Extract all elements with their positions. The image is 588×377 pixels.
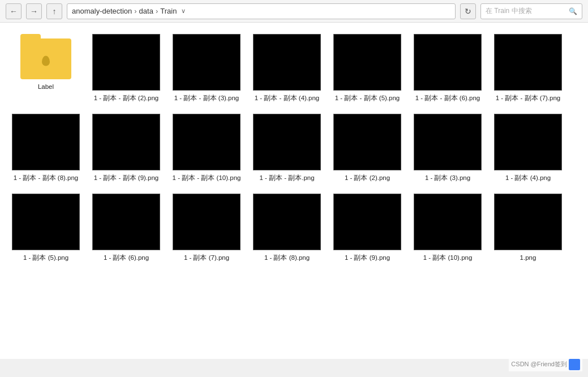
file-thumbnail	[333, 114, 401, 170]
breadcrumb-sep-2: ›	[156, 7, 158, 15]
file-label: 1 - 副本 (2).png	[345, 173, 390, 182]
file-grid: Label 1 - 副本 - 副本 (2).png 1 - 副本 - 副本 (3…	[0, 23, 588, 359]
file-thumbnail	[414, 194, 482, 250]
breadcrumb-dropdown-icon[interactable]: ∨	[181, 7, 186, 15]
file-item-f0[interactable]: Label	[9, 32, 83, 105]
forward-button[interactable]: →	[26, 3, 42, 19]
file-item-f12[interactable]: 1 - 副本 (3).png	[411, 112, 484, 185]
file-label: 1 - 副本 - 副本 (3).png	[174, 93, 239, 102]
folder-keyhole	[42, 56, 50, 66]
address-bar: ← → ↑ anomaly-detection › data › Train ∨…	[0, 0, 588, 23]
file-label: 1 - 副本 (3).png	[425, 173, 470, 182]
file-item-f6[interactable]: 1 - 副本 - 副本 (7).png	[491, 32, 565, 105]
file-thumbnail	[92, 194, 160, 250]
file-label: 1 - 副本 (7).png	[184, 253, 229, 262]
file-item-f13[interactable]: 1 - 副本 (4).png	[491, 112, 565, 185]
file-label: 1 - 副本 - 副本 (9).png	[94, 173, 158, 182]
file-thumbnail	[333, 34, 401, 91]
file-thumbnail	[494, 34, 562, 91]
refresh-button[interactable]: ↻	[460, 3, 476, 19]
file-item-f3[interactable]: 1 - 副本 - 副本 (4).png	[250, 32, 324, 105]
file-label: 1 - 副本 (6).png	[104, 253, 149, 262]
file-item-f2[interactable]: 1 - 副本 - 副本 (3).png	[170, 32, 243, 105]
file-label: Label	[38, 82, 54, 91]
breadcrumb-anomaly[interactable]: anomaly-detection	[72, 7, 132, 15]
file-thumbnail	[414, 114, 482, 170]
file-thumbnail	[414, 34, 482, 91]
file-thumbnail	[12, 194, 80, 250]
file-label: 1 - 副本 (5).png	[23, 253, 68, 262]
file-label: 1 - 副本 - 副本 (4).png	[255, 93, 319, 102]
watermark-badge	[569, 359, 580, 370]
file-item-f19[interactable]: 1 - 副本 (10).png	[411, 191, 484, 264]
file-item-f17[interactable]: 1 - 副本 (8).png	[250, 191, 324, 264]
breadcrumb-data[interactable]: data	[139, 7, 153, 15]
file-thumbnail	[494, 194, 562, 250]
file-item-f7[interactable]: 1 - 副本 - 副本 (8).png	[9, 112, 83, 185]
file-item-f11[interactable]: 1 - 副本 (2).png	[331, 112, 404, 185]
file-label: 1 - 副本 - 副本 (10).png	[173, 173, 241, 182]
file-thumbnail	[12, 114, 80, 170]
file-label: 1 - 副本 (4).png	[505, 173, 551, 182]
file-thumbnail	[173, 34, 241, 91]
breadcrumb[interactable]: anomaly-detection › data › Train ∨	[67, 3, 456, 19]
file-item-f16[interactable]: 1 - 副本 (7).png	[170, 191, 243, 264]
watermark: CSDN @Friend签到	[509, 358, 582, 371]
file-item-f1[interactable]: 1 - 副本 - 副本 (2).png	[89, 32, 163, 105]
breadcrumb-sep-1: ›	[134, 7, 136, 15]
file-thumbnail	[92, 34, 160, 91]
file-label: 1 - 副本 - 副本.png	[259, 173, 314, 182]
file-item-f15[interactable]: 1 - 副本 (6).png	[89, 191, 163, 264]
file-item-f10[interactable]: 1 - 副本 - 副本.png	[250, 112, 324, 185]
folder-icon	[20, 34, 71, 79]
file-item-f20[interactable]: 1.png	[491, 191, 565, 264]
file-thumbnail	[253, 194, 321, 250]
file-thumbnail	[173, 114, 241, 170]
file-label: 1 - 副本 - 副本 (5).png	[335, 93, 400, 102]
file-item-f5[interactable]: 1 - 副本 - 副本 (6).png	[411, 32, 484, 105]
file-label: 1 - 副本 - 副本 (2).png	[94, 93, 158, 102]
file-item-f9[interactable]: 1 - 副本 - 副本 (10).png	[170, 112, 243, 185]
file-label: 1 - 副本 - 副本 (8).png	[14, 173, 78, 182]
file-thumbnail	[333, 194, 401, 250]
file-label: 1 - 副本 (9).png	[345, 253, 390, 262]
search-label: 在 Train 中搜索	[486, 6, 532, 16]
file-thumbnail	[92, 114, 160, 170]
file-item-f18[interactable]: 1 - 副本 (9).png	[331, 191, 404, 264]
search-box[interactable]: 在 Train 中搜索 🔍	[480, 3, 582, 19]
search-icon: 🔍	[569, 7, 577, 15]
file-item-f14[interactable]: 1 - 副本 (5).png	[9, 191, 83, 264]
file-label: 1 - 副本 (8).png	[264, 253, 310, 262]
file-label: 1.png	[520, 253, 537, 262]
watermark-text: CSDN @Friend签到	[511, 361, 567, 367]
file-item-f4[interactable]: 1 - 副本 - 副本 (5).png	[331, 32, 404, 105]
breadcrumb-train[interactable]: Train	[160, 7, 177, 15]
file-thumbnail	[494, 114, 562, 170]
file-thumbnail	[173, 194, 241, 250]
file-thumbnail	[253, 34, 321, 91]
file-label: 1 - 副本 - 副本 (7).png	[496, 93, 560, 102]
back-button[interactable]: ←	[6, 3, 22, 19]
up-button[interactable]: ↑	[46, 3, 62, 19]
file-item-f8[interactable]: 1 - 副本 - 副本 (9).png	[89, 112, 163, 185]
folder-body	[20, 38, 71, 79]
file-label: 1 - 副本 - 副本 (6).png	[415, 93, 480, 102]
file-label: 1 - 副本 (10).png	[423, 253, 473, 262]
file-thumbnail	[253, 114, 321, 170]
